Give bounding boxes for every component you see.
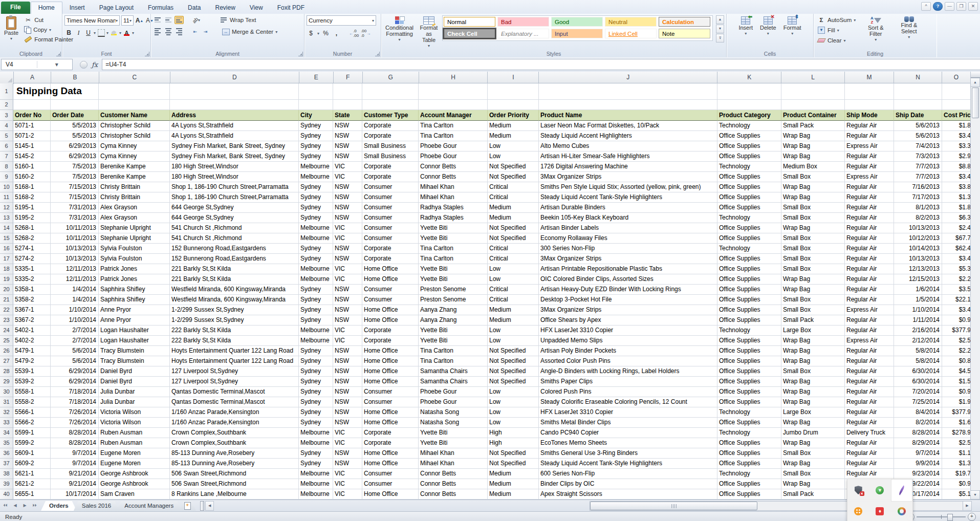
- cell[interactable]: Critical: [488, 182, 539, 192]
- cell[interactable]: $3.4: [942, 305, 971, 315]
- cell[interactable]: Wrap Bag: [781, 131, 845, 141]
- cell[interactable]: 6/29/2013: [51, 141, 99, 151]
- cell[interactable]: 5621-2: [13, 479, 51, 489]
- cell[interactable]: Small Business: [362, 141, 419, 151]
- hscroll-left-icon[interactable]: ◀: [205, 501, 214, 511]
- cell[interactable]: 2/16/2014: [894, 325, 942, 336]
- cell[interactable]: Wrap Bag: [781, 151, 845, 162]
- cell[interactable]: [51, 100, 99, 110]
- cell[interactable]: Sydney: [299, 151, 333, 162]
- row-header-5[interactable]: 5: [0, 131, 13, 141]
- cell[interactable]: $2.9: [942, 151, 971, 162]
- cell[interactable]: Delivery Truck: [845, 428, 894, 438]
- cell[interactable]: 7/7/2013: [894, 172, 942, 182]
- cell[interactable]: Consumer: [362, 223, 419, 233]
- cell[interactable]: 8/2/2014: [894, 418, 942, 428]
- cell[interactable]: 5071-2: [13, 131, 51, 141]
- cell[interactable]: Office Supplies: [717, 223, 781, 233]
- cell[interactable]: 506 Swan Street,Richmond: [170, 469, 299, 479]
- cell[interactable]: Daniel Byrd: [99, 366, 170, 377]
- cell[interactable]: Medium: [488, 305, 539, 315]
- cell[interactable]: Corporate: [362, 336, 419, 346]
- cell[interactable]: $67.7: [942, 233, 971, 244]
- cell[interactable]: Medium: [488, 213, 539, 223]
- cell[interactable]: Corporate: [362, 438, 419, 448]
- cell[interactable]: Regular Air: [845, 387, 894, 397]
- cell[interactable]: 8/29/2014: [894, 438, 942, 448]
- cell[interactable]: Regular Air: [845, 356, 894, 366]
- cell[interactable]: $3.4: [942, 172, 971, 182]
- cell[interactable]: 5367-2: [13, 315, 51, 325]
- column-label-cell[interactable]: Product Name: [539, 110, 717, 121]
- row-header-15[interactable]: 15: [0, 233, 13, 244]
- cell[interactable]: Cyma Kinney: [99, 151, 170, 162]
- ribbon-tab-insert[interactable]: Insert: [62, 2, 92, 14]
- cell[interactable]: NSW: [333, 131, 362, 141]
- cell[interactable]: Wrap Bag: [781, 438, 845, 448]
- delete-cells-button[interactable]: ✕Delete▾: [758, 15, 778, 38]
- cell[interactable]: Consumer: [362, 192, 419, 203]
- cell[interactable]: Not Specified: [488, 162, 539, 172]
- cell[interactable]: Low: [488, 387, 539, 397]
- cell[interactable]: Small Box: [781, 254, 845, 264]
- name-box-dropdown-icon[interactable]: ▾: [37, 61, 73, 68]
- cell[interactable]: VIC: [333, 336, 362, 346]
- cell[interactable]: 5145-1: [13, 141, 51, 151]
- cell[interactable]: Office Supplies: [717, 397, 781, 407]
- sort-filter-button[interactable]: AZ Sort & Filter▾: [860, 15, 891, 45]
- cell[interactable]: Crown Complex,Southbank: [170, 428, 299, 438]
- cell[interactable]: Regular Air: [845, 254, 894, 264]
- cell[interactable]: Phoebe Gour: [419, 397, 488, 407]
- cell[interactable]: 5168-2: [13, 192, 51, 203]
- cell[interactable]: Express Air: [845, 336, 894, 346]
- dock-item[interactable]: [847, 502, 869, 521]
- cell[interactable]: Sydney: [299, 295, 333, 305]
- column-label-cell[interactable]: Order No: [13, 110, 51, 121]
- cell[interactable]: Connor Betts: [419, 172, 488, 182]
- cell[interactable]: Sydney: [299, 182, 333, 192]
- cell[interactable]: Low: [488, 141, 539, 151]
- cell[interactable]: Office Supplies: [717, 203, 781, 213]
- cell[interactable]: $62.4: [942, 244, 971, 254]
- cell[interactable]: Small Box: [781, 366, 845, 377]
- column-header-L[interactable]: L: [781, 72, 845, 83]
- cell[interactable]: Low: [488, 418, 539, 428]
- cell[interactable]: Express Air: [845, 141, 894, 151]
- cell[interactable]: NSW: [333, 213, 362, 223]
- font-name-select[interactable]: Times New Roman▾: [64, 15, 120, 26]
- scroll-up-icon[interactable]: ▲: [971, 78, 980, 87]
- cell[interactable]: Wrap Bag: [781, 274, 845, 285]
- cell[interactable]: 4A Lyons St,Strathfield: [170, 121, 299, 131]
- cell[interactable]: Artisan Poly Binder Pockets: [539, 346, 717, 356]
- cell[interactable]: 7/5/2013: [51, 162, 99, 172]
- cell[interactable]: 7/5/2013: [51, 172, 99, 182]
- align-left-icon[interactable]: [153, 27, 162, 37]
- vertical-scroll-thumb[interactable]: [972, 88, 979, 118]
- accounting-format-icon[interactable]: $: [307, 29, 315, 38]
- cell[interactable]: $1.1: [942, 448, 971, 459]
- cell[interactable]: [299, 83, 333, 100]
- cell[interactable]: Sydney: [299, 315, 333, 325]
- cell[interactable]: Corporate: [362, 121, 419, 131]
- cell[interactable]: 1726 Digital Answering Machine: [539, 162, 717, 172]
- column-label-cell[interactable]: Product Container: [781, 110, 845, 121]
- decrease-decimal-icon[interactable]: .00.0→: [361, 29, 371, 38]
- cell[interactable]: [894, 83, 942, 100]
- cell[interactable]: Tina Carlton: [419, 346, 488, 356]
- cell[interactable]: Anne Pryor: [99, 315, 170, 325]
- cell[interactable]: Assorted Color Push Pins: [539, 356, 717, 366]
- cell[interactable]: Sydney: [299, 366, 333, 377]
- cell[interactable]: Sydney: [299, 213, 333, 223]
- cell[interactable]: 7/20/2014: [894, 387, 942, 397]
- cell[interactable]: [488, 100, 539, 110]
- cell[interactable]: Westfield Miranda, 600 Kingsway,Miranda: [170, 295, 299, 305]
- cell[interactable]: Connor Betts: [419, 162, 488, 172]
- cell[interactable]: Smiths Metal Binder Clips: [539, 418, 717, 428]
- cell[interactable]: Office Supplies: [717, 387, 781, 397]
- cell[interactable]: Crown Complex,Southbank: [170, 438, 299, 448]
- cell[interactable]: Tina Carlton: [419, 356, 488, 366]
- column-header-M[interactable]: M: [845, 72, 894, 83]
- cell[interactable]: 7/18/2014: [51, 397, 99, 407]
- cell[interactable]: Office Supplies: [717, 315, 781, 325]
- cell[interactable]: Critical: [488, 244, 539, 254]
